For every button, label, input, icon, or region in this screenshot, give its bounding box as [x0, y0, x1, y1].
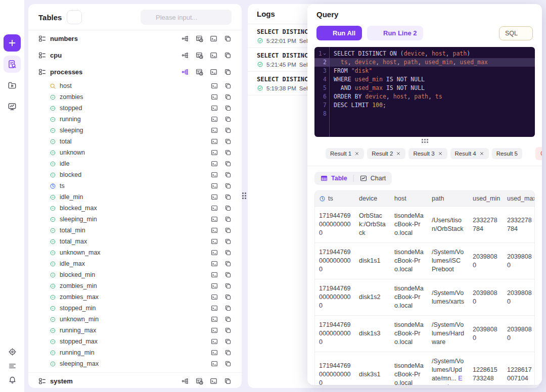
query-table-icon[interactable] [210, 68, 217, 76]
close-tab-icon[interactable] [479, 151, 484, 156]
table-search-input[interactable] [156, 14, 226, 21]
copy-table-name-icon[interactable] [224, 377, 232, 385]
language-select[interactable]: SQL [499, 26, 533, 40]
view-toggle-chart[interactable]: Chart [354, 172, 392, 185]
tabs-scroll-right-icon[interactable] [525, 150, 532, 157]
query-column-icon[interactable] [211, 105, 218, 112]
results-header-used_max[interactable]: used_max [503, 191, 535, 207]
panel-resize-handle[interactable] [242, 192, 248, 200]
query-column-icon[interactable] [211, 182, 218, 189]
query-column-icon[interactable] [211, 293, 218, 301]
copy-column-name-icon[interactable] [224, 349, 232, 356]
query-column-icon[interactable] [211, 149, 218, 156]
copy-column-name-icon[interactable] [224, 293, 232, 301]
result-tab[interactable]: Result 1 [326, 148, 364, 159]
table-columns-tree-icon[interactable] [181, 35, 189, 42]
sidebar-item-dashboards[interactable] [4, 98, 21, 115]
fold-chevron-icon[interactable] [323, 52, 327, 56]
tabs-scroll-left-icon[interactable] [315, 150, 323, 157]
sidebar-item-menu[interactable] [5, 359, 20, 373]
results-header-device[interactable]: device [355, 191, 390, 207]
results-header-path[interactable]: path [428, 191, 469, 207]
fullscreen-icon[interactable] [510, 11, 518, 19]
copy-column-name-icon[interactable] [224, 238, 232, 245]
sql-editor[interactable]: 12345678 SELECT DISTINCT ON (device, hos… [314, 47, 535, 137]
copy-column-name-icon[interactable] [224, 327, 232, 334]
copy-column-name-icon[interactable] [224, 282, 232, 289]
copy-table-name-icon[interactable] [224, 35, 232, 42]
query-column-icon[interactable] [211, 93, 218, 101]
table-row-numbers[interactable]: numbers [28, 30, 242, 47]
greptimedb-logo-icon[interactable] [5, 4, 20, 19]
copy-column-name-icon[interactable] [224, 271, 232, 278]
sidebar-item-tables-query[interactable] [4, 56, 21, 73]
close-icon[interactable] [525, 11, 533, 19]
table-details-icon[interactable] [196, 35, 203, 42]
sidebar-item-settings[interactable] [5, 345, 20, 359]
copy-column-name-icon[interactable] [224, 338, 232, 345]
close-tab-icon[interactable] [438, 151, 443, 156]
query-column-icon[interactable] [211, 216, 218, 223]
table-row-system[interactable]: system [28, 373, 242, 388]
close-tab-icon[interactable] [354, 151, 359, 156]
copy-column-name-icon[interactable] [224, 316, 232, 323]
table-details-icon[interactable] [196, 52, 203, 59]
query-column-icon[interactable] [211, 271, 218, 278]
query-column-icon[interactable] [211, 305, 218, 312]
query-column-icon[interactable] [211, 360, 218, 367]
query-column-icon[interactable] [211, 160, 218, 167]
copy-column-name-icon[interactable] [224, 160, 232, 167]
copy-column-name-icon[interactable] [224, 193, 232, 201]
copy-column-name-icon[interactable] [224, 182, 232, 189]
table-details-icon[interactable] [196, 377, 203, 385]
result-tab[interactable]: Result 3 [408, 148, 447, 159]
query-column-icon[interactable] [211, 171, 218, 178]
copy-column-name-icon[interactable] [224, 249, 232, 256]
query-column-icon[interactable] [211, 238, 218, 245]
copy-column-name-icon[interactable] [224, 138, 232, 145]
copy-table-name-icon[interactable] [224, 52, 232, 59]
query-table-icon[interactable] [210, 377, 217, 385]
copy-column-name-icon[interactable] [224, 227, 232, 234]
copy-column-name-icon[interactable] [224, 82, 232, 89]
copy-column-name-icon[interactable] [224, 171, 232, 178]
query-column-icon[interactable] [211, 138, 218, 145]
query-column-icon[interactable] [211, 260, 218, 267]
expand-link[interactable]: Expand [432, 375, 462, 385]
copy-column-name-icon[interactable] [224, 360, 232, 367]
query-column-icon[interactable] [211, 338, 218, 345]
copy-column-name-icon[interactable] [224, 260, 232, 267]
clear-results-button[interactable]: Clear [535, 147, 542, 160]
query-column-icon[interactable] [211, 316, 218, 323]
editor-resize-handle[interactable] [422, 139, 428, 143]
results-header-used_min[interactable]: used_min [469, 191, 503, 207]
close-tab-icon[interactable] [396, 151, 401, 156]
clean-broom-icon[interactable] [494, 11, 503, 19]
refresh-tables-button[interactable] [67, 10, 82, 24]
table-columns-tree-icon[interactable] [181, 68, 189, 76]
copy-column-name-icon[interactable] [224, 216, 232, 223]
copy-column-name-icon[interactable] [224, 305, 232, 312]
query-column-icon[interactable] [211, 282, 218, 289]
table-row-cpu[interactable]: cpu [28, 47, 242, 64]
query-column-icon[interactable] [211, 116, 218, 123]
query-table-icon[interactable] [210, 35, 217, 42]
copy-column-name-icon[interactable] [224, 127, 232, 134]
table-columns-tree-icon[interactable] [181, 52, 189, 59]
query-column-icon[interactable] [211, 205, 218, 212]
query-column-icon[interactable] [211, 249, 218, 256]
table-columns-tree-icon[interactable] [181, 377, 189, 385]
results-header-host[interactable]: host [390, 191, 428, 207]
result-tab[interactable]: Result 5 [492, 148, 522, 159]
table-row-processes[interactable]: processes [28, 64, 242, 80]
sidebar-item-scripts[interactable] [4, 77, 21, 94]
run-line-button[interactable]: Run Line 2 [367, 26, 423, 40]
copy-column-name-icon[interactable] [224, 205, 232, 212]
result-tab[interactable]: Result 4 [450, 148, 489, 159]
query-column-icon[interactable] [211, 227, 218, 234]
sidebar-item-new-query[interactable] [4, 34, 21, 52]
view-toggle-table[interactable]: Table [314, 172, 353, 185]
copy-column-name-icon[interactable] [224, 116, 232, 123]
run-all-button[interactable]: Run All [316, 26, 362, 40]
query-column-icon[interactable] [211, 127, 218, 134]
